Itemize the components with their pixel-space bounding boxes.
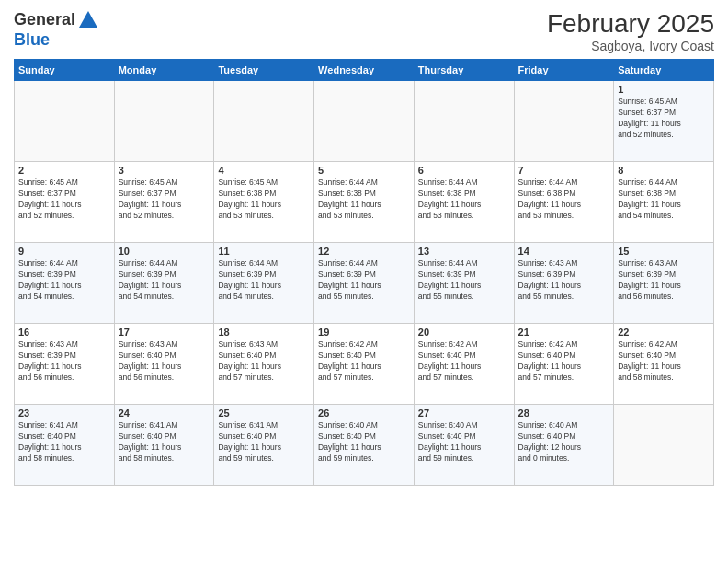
table-row: 15Sunrise: 6:43 AM Sunset: 6:39 PM Dayli… (614, 243, 714, 324)
day-info: Sunrise: 6:43 AM Sunset: 6:40 PM Dayligh… (119, 339, 210, 384)
day-number: 17 (119, 327, 210, 338)
table-row: 27Sunrise: 6:40 AM Sunset: 6:40 PM Dayli… (414, 405, 514, 486)
col-friday: Friday (514, 60, 614, 81)
calendar-week-row: 23Sunrise: 6:41 AM Sunset: 6:40 PM Dayli… (15, 405, 714, 486)
svg-marker-0 (79, 11, 97, 28)
table-row: 1Sunrise: 6:45 AM Sunset: 6:37 PM Daylig… (614, 81, 714, 162)
day-number: 18 (218, 327, 310, 338)
calendar-week-row: 9Sunrise: 6:44 AM Sunset: 6:39 PM Daylig… (15, 243, 714, 324)
table-row: 9Sunrise: 6:44 AM Sunset: 6:39 PM Daylig… (15, 243, 115, 324)
day-info: Sunrise: 6:44 AM Sunset: 6:39 PM Dayligh… (318, 259, 410, 303)
day-number: 6 (418, 165, 510, 176)
col-monday: Monday (114, 60, 214, 81)
table-row: 18Sunrise: 6:43 AM Sunset: 6:40 PM Dayli… (214, 324, 314, 405)
table-row: 16Sunrise: 6:43 AM Sunset: 6:39 PM Dayli… (15, 324, 115, 405)
day-number: 22 (618, 327, 710, 338)
table-row: 25Sunrise: 6:41 AM Sunset: 6:40 PM Dayli… (214, 405, 314, 486)
day-number: 9 (18, 246, 110, 257)
table-row: 11Sunrise: 6:44 AM Sunset: 6:39 PM Dayli… (214, 243, 314, 324)
table-row: 22Sunrise: 6:42 AM Sunset: 6:40 PM Dayli… (614, 324, 714, 405)
day-info: Sunrise: 6:44 AM Sunset: 6:39 PM Dayligh… (418, 259, 510, 303)
day-number: 26 (318, 408, 410, 419)
calendar-week-row: 2Sunrise: 6:45 AM Sunset: 6:37 PM Daylig… (15, 162, 714, 243)
table-row: 14Sunrise: 6:43 AM Sunset: 6:39 PM Dayli… (514, 243, 614, 324)
day-number: 12 (318, 246, 410, 257)
calendar-header-row: Sunday Monday Tuesday Wednesday Thursday… (15, 60, 714, 81)
table-row (614, 405, 714, 486)
table-row: 8Sunrise: 6:44 AM Sunset: 6:38 PM Daylig… (614, 162, 714, 243)
day-info: Sunrise: 6:45 AM Sunset: 6:37 PM Dayligh… (618, 97, 710, 141)
table-row: 26Sunrise: 6:40 AM Sunset: 6:40 PM Dayli… (314, 405, 415, 486)
day-info: Sunrise: 6:43 AM Sunset: 6:39 PM Dayligh… (518, 259, 610, 303)
day-info: Sunrise: 6:44 AM Sunset: 6:38 PM Dayligh… (518, 178, 610, 222)
day-info: Sunrise: 6:43 AM Sunset: 6:39 PM Dayligh… (18, 339, 110, 384)
day-info: Sunrise: 6:42 AM Sunset: 6:40 PM Dayligh… (318, 339, 410, 384)
table-row: 24Sunrise: 6:41 AM Sunset: 6:40 PM Dayli… (114, 405, 214, 486)
table-row: 4Sunrise: 6:45 AM Sunset: 6:38 PM Daylig… (214, 162, 314, 243)
day-number: 3 (119, 165, 210, 176)
day-number: 25 (218, 408, 310, 419)
day-info: Sunrise: 6:42 AM Sunset: 6:40 PM Dayligh… (518, 339, 610, 384)
table-row: 17Sunrise: 6:43 AM Sunset: 6:40 PM Dayli… (114, 324, 214, 405)
day-number: 7 (518, 165, 610, 176)
table-row: 5Sunrise: 6:44 AM Sunset: 6:38 PM Daylig… (314, 162, 415, 243)
day-number: 21 (518, 327, 610, 338)
day-number: 8 (618, 165, 710, 176)
day-info: Sunrise: 6:44 AM Sunset: 6:38 PM Dayligh… (318, 178, 410, 222)
col-saturday: Saturday (614, 60, 714, 81)
day-info: Sunrise: 6:41 AM Sunset: 6:40 PM Dayligh… (119, 420, 210, 465)
day-info: Sunrise: 6:44 AM Sunset: 6:39 PM Dayligh… (119, 259, 210, 303)
month-title: February 2025 (547, 9, 714, 39)
day-info: Sunrise: 6:42 AM Sunset: 6:40 PM Dayligh… (618, 339, 710, 384)
day-number: 19 (318, 327, 410, 338)
day-info: Sunrise: 6:44 AM Sunset: 6:38 PM Dayligh… (418, 178, 510, 222)
table-row (114, 81, 214, 162)
col-sunday: Sunday (15, 60, 115, 81)
logo-general: General (14, 10, 75, 29)
day-info: Sunrise: 6:45 AM Sunset: 6:38 PM Dayligh… (218, 178, 310, 222)
logo: General Blue (14, 9, 99, 50)
calendar-table: Sunday Monday Tuesday Wednesday Thursday… (14, 59, 714, 486)
logo-blue: Blue (14, 30, 50, 49)
day-number: 23 (18, 408, 110, 419)
day-number: 16 (18, 327, 110, 338)
col-thursday: Thursday (414, 60, 514, 81)
title-block: February 2025 Sagboya, Ivory Coast (547, 9, 714, 53)
day-info: Sunrise: 6:40 AM Sunset: 6:40 PM Dayligh… (318, 420, 410, 465)
day-number: 10 (119, 246, 210, 257)
day-number: 1 (618, 84, 710, 95)
table-row (15, 81, 115, 162)
table-row: 10Sunrise: 6:44 AM Sunset: 6:39 PM Dayli… (114, 243, 214, 324)
table-row: 21Sunrise: 6:42 AM Sunset: 6:40 PM Dayli… (514, 324, 614, 405)
location-subtitle: Sagboya, Ivory Coast (547, 39, 714, 53)
day-info: Sunrise: 6:45 AM Sunset: 6:37 PM Dayligh… (18, 178, 110, 222)
calendar-week-row: 1Sunrise: 6:45 AM Sunset: 6:37 PM Daylig… (15, 81, 714, 162)
day-number: 2 (18, 165, 110, 176)
day-info: Sunrise: 6:41 AM Sunset: 6:40 PM Dayligh… (218, 420, 310, 465)
day-info: Sunrise: 6:42 AM Sunset: 6:40 PM Dayligh… (418, 339, 510, 384)
day-info: Sunrise: 6:45 AM Sunset: 6:37 PM Dayligh… (119, 178, 210, 222)
col-tuesday: Tuesday (214, 60, 314, 81)
table-row (514, 81, 614, 162)
day-number: 20 (418, 327, 510, 338)
day-info: Sunrise: 6:40 AM Sunset: 6:40 PM Dayligh… (518, 420, 610, 465)
day-number: 14 (518, 246, 610, 257)
day-info: Sunrise: 6:40 AM Sunset: 6:40 PM Dayligh… (418, 420, 510, 465)
table-row (314, 81, 415, 162)
table-row (214, 81, 314, 162)
table-row: 3Sunrise: 6:45 AM Sunset: 6:37 PM Daylig… (114, 162, 214, 243)
day-number: 4 (218, 165, 310, 176)
day-info: Sunrise: 6:44 AM Sunset: 6:38 PM Dayligh… (618, 178, 710, 222)
table-row: 23Sunrise: 6:41 AM Sunset: 6:40 PM Dayli… (15, 405, 115, 486)
day-number: 28 (518, 408, 610, 419)
table-row: 12Sunrise: 6:44 AM Sunset: 6:39 PM Dayli… (314, 243, 415, 324)
table-row: 2Sunrise: 6:45 AM Sunset: 6:37 PM Daylig… (15, 162, 115, 243)
table-row (414, 81, 514, 162)
col-wednesday: Wednesday (314, 60, 415, 81)
table-row: 28Sunrise: 6:40 AM Sunset: 6:40 PM Dayli… (514, 405, 614, 486)
table-row: 19Sunrise: 6:42 AM Sunset: 6:40 PM Dayli… (314, 324, 415, 405)
day-info: Sunrise: 6:43 AM Sunset: 6:39 PM Dayligh… (618, 259, 710, 303)
day-number: 27 (418, 408, 510, 419)
table-row: 13Sunrise: 6:44 AM Sunset: 6:39 PM Dayli… (414, 243, 514, 324)
day-number: 11 (218, 246, 310, 257)
